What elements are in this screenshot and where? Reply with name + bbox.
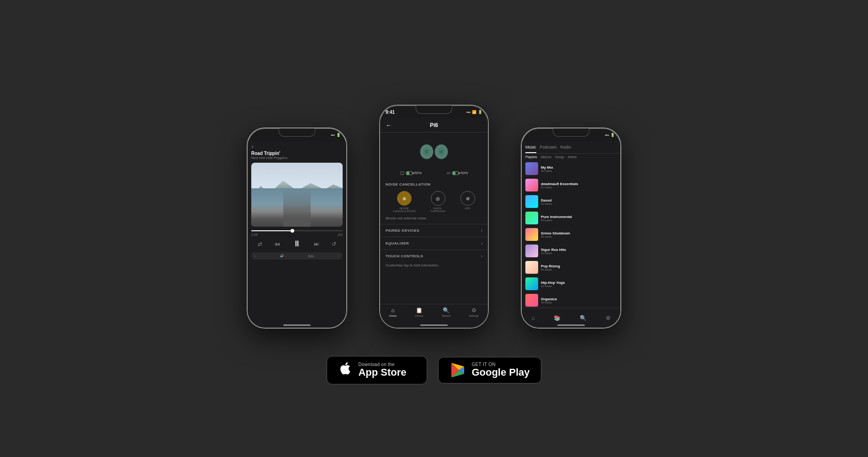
right-settings-icon[interactable]: ⚙ [606, 315, 611, 321]
list-item[interactable]: Organica 40 tracks [522, 292, 620, 308]
chevron-right-icon: › [338, 255, 339, 258]
equaliser-item[interactable]: EQUALISER › [380, 237, 488, 250]
tab-music[interactable]: Music [525, 145, 536, 153]
left-track-title: Road Trippin' [251, 151, 343, 156]
google-play-icon [450, 362, 466, 378]
list-item[interactable]: Sigur Ros Hits 12 tracks [522, 243, 620, 259]
right-subtabs: Playlists Albums Songs Artists [522, 154, 620, 160]
battery-icon: 🔋 [336, 133, 341, 137]
progress-total: -2:0 [337, 233, 343, 236]
next-button[interactable]: ⏭ [314, 241, 319, 247]
nc-mode-off[interactable]: ⊘ OFF [460, 191, 475, 213]
playlist-tracks: 32 tracks [541, 285, 617, 287]
list-item[interactable]: deadmau5 Essentials 51 tracks [522, 177, 620, 193]
playlist-name: Organica [541, 297, 617, 301]
tab-home[interactable]: ⌂ Home [389, 307, 397, 317]
subtab-songs[interactable]: Songs [555, 155, 564, 159]
list-item[interactable]: Pure Instrumental 83 tracks [522, 210, 620, 226]
app-store-button[interactable]: Download on the App Store [327, 356, 427, 384]
progress-times: 1:23 -2:0 [251, 233, 343, 236]
case-icon: ▭ [447, 171, 450, 175]
nc-mode-noise[interactable]: ⊗ NOISECANCELLATION [393, 191, 415, 213]
left-track-artist: Red Hot Chili Peppers [251, 156, 343, 160]
tab-library[interactable]: 📋 Library [415, 307, 423, 317]
list-item[interactable]: My Mix 42 tracks [522, 160, 620, 177]
progress-bar-container[interactable]: 1:23 -2:0 [251, 230, 343, 236]
right-status-icons: ▪▪▪ 🔋 [605, 133, 615, 137]
library-icon: 📋 [416, 307, 423, 314]
playlist-name: Pop Rising [541, 264, 617, 268]
shuffle-button[interactable]: ⇄ [258, 241, 262, 247]
list-item[interactable]: Dazed 12 tracks [522, 193, 620, 210]
settings-icon: ⚙ [471, 307, 476, 314]
playlist-name: Pure Instrumental [541, 215, 617, 219]
phone-left: ▪▪▪ 🔋 ∨ Road Trippin' Red Hot Chili Pepp… [247, 128, 347, 329]
noise-cancel-icon: ⊗ [402, 196, 406, 201]
previous-button[interactable]: ⏮ [275, 241, 280, 247]
repeat-button[interactable]: ↺ [332, 241, 336, 247]
tab-radio[interactable]: Radio [561, 145, 572, 153]
right-home-icon[interactable]: ⌂ [531, 315, 535, 321]
list-item[interactable]: Hip-Hop Yoga 32 tracks [522, 276, 620, 292]
playlist-name: deadmau5 Essentials [541, 182, 617, 186]
chevron-down-icon: ∨ [251, 145, 254, 149]
tab-home-label: Home [389, 314, 397, 317]
battery-icon-right [452, 171, 459, 175]
nc-description: Blocks out external noise. [380, 215, 488, 224]
paired-devices-item[interactable]: PAIRED DEVICES › [380, 224, 488, 237]
playlist-info: My Mix 42 tracks [541, 165, 617, 172]
back-button[interactable]: ← [386, 122, 392, 129]
right-signal-icon: ▪▪▪ [605, 133, 609, 137]
playlist-thumb [525, 162, 538, 175]
playlist-tracks: 55 tracks [541, 235, 617, 238]
pause-button[interactable]: ⏸ [293, 239, 301, 249]
google-play-button[interactable]: GET IT ON Google Play [438, 357, 541, 383]
google-play-text: GET IT ON Google Play [471, 362, 529, 378]
playlist-name: Sigur Ros Hits [541, 248, 617, 252]
right-main-tabs: Music Podcasts Radio [522, 141, 620, 154]
right-search-icon[interactable]: 🔍 [580, 315, 587, 321]
battery-right: ▭ 50% [447, 171, 468, 175]
wifi-icon: 📶 [472, 110, 476, 114]
battery-status-icon: 🔋 [478, 110, 482, 114]
device-name: Den [308, 255, 314, 258]
progress-fill [251, 230, 292, 231]
equaliser-label: EQUALISER [386, 241, 409, 245]
left-header: ∨ [251, 145, 343, 149]
playlist-thumb [525, 228, 538, 241]
touch-controls-item[interactable]: TOUCH CONTROLS › [380, 250, 488, 262]
search-icon: 🔍 [443, 307, 450, 314]
tab-settings[interactable]: ⚙ Settings [469, 307, 479, 317]
center-header: ← Pi6 [380, 118, 488, 133]
player-controls: ⇄ ⏮ ⏸ ⏭ ↺ [251, 239, 343, 249]
device-bar[interactable]: ‹ 🔊 Den › [251, 252, 343, 260]
subtab-playlists[interactable]: Playlists [525, 155, 537, 159]
playlist-tracks: 64 tracks [541, 268, 617, 271]
playlist-tracks: 42 tracks [541, 170, 617, 172]
tab-library-label: Library [415, 314, 423, 317]
tab-search[interactable]: 🔍 Search [442, 307, 450, 317]
playlist-info: deadmau5 Essentials 51 tracks [541, 182, 617, 189]
list-item[interactable]: Grime Shutdown 55 tracks [522, 226, 620, 243]
home-icon: ⌂ [391, 307, 394, 314]
tab-podcasts[interactable]: Podcasts [540, 145, 557, 153]
playlist-tracks: 12 tracks [541, 252, 617, 255]
nc-circle-passthrough: ◎ [431, 191, 445, 206]
left-status-icons: ▪▪▪ 🔋 [331, 133, 341, 137]
right-library-icon[interactable]: 📚 [554, 315, 561, 321]
center-phone-screen: ← Pi6 [380, 118, 488, 328]
touch-controls-label: TOUCH CONTROLS [386, 254, 423, 258]
svg-point-5 [439, 150, 443, 154]
battery-icon-left [406, 171, 413, 175]
nc-mode-passthrough[interactable]: ◎ PASS-THROUGH [430, 191, 445, 213]
list-item[interactable]: Pop Rising 64 tracks [522, 259, 620, 276]
progress-track[interactable] [251, 230, 343, 231]
album-art [251, 163, 343, 227]
subtab-artists[interactable]: Artists [568, 155, 577, 159]
playlist-thumb [525, 179, 538, 191]
tab-search-label: Search [442, 314, 450, 317]
playlist-info: Sigur Ros Hits 12 tracks [541, 248, 617, 255]
battery-left-pct: 50% [414, 171, 422, 175]
playlist-thumb [525, 212, 538, 224]
subtab-albums[interactable]: Albums [541, 155, 551, 159]
